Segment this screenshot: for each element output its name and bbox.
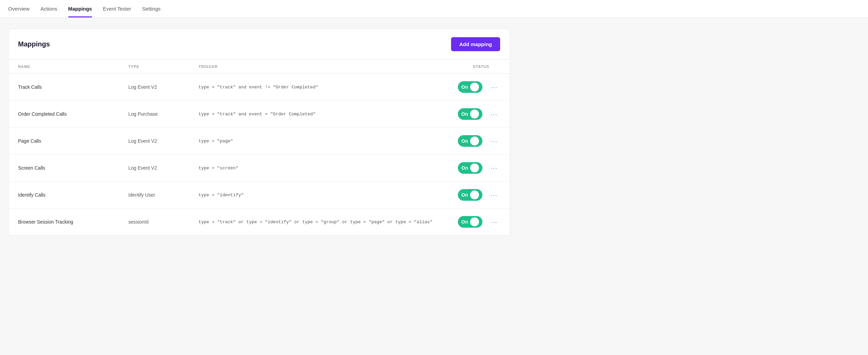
toggle-knob [470,164,479,172]
row-trigger: type = "page" [189,128,448,155]
col-header-trigger: TRIGGER [189,60,448,74]
nav-actions[interactable]: Actions [41,0,57,17]
row-trigger: type = "identify" [189,182,448,209]
row-trigger: type = "track" and event = "Order Comple… [189,101,448,128]
status-toggle[interactable]: On [458,81,482,93]
row-trigger: type = "screen" [189,155,448,182]
table-row: Browser Session Tracking sessionId type … [9,209,510,236]
nav-event-tester[interactable]: Event Tester [103,0,131,17]
row-status: On ··· [448,209,510,236]
toggle-knob [470,217,479,226]
toggle-label: On [461,111,468,117]
row-status: On ··· [448,74,510,101]
table-row: Identify Calls Identify User type = "ide… [9,182,510,209]
row-trigger: type = "track" or type = "identify" or t… [189,209,448,236]
toggle-label: On [461,165,468,171]
mappings-card: Mappings Add mapping NAME TYPE TRIGGER S… [8,29,510,236]
more-options-button[interactable]: ··· [488,163,500,173]
status-toggle[interactable]: On [458,135,482,147]
table-body: Track Calls Log Event V2 type = "track" … [9,74,510,236]
row-type: Identify User [119,182,189,209]
more-options-button[interactable]: ··· [488,217,500,227]
more-options-button[interactable]: ··· [488,190,500,200]
add-mapping-button[interactable]: Add mapping [451,37,500,51]
toggle-label: On [461,138,468,144]
main-content: Mappings Add mapping NAME TYPE TRIGGER S… [0,18,518,246]
toggle-label: On [461,192,468,198]
table-row: Order Completed Calls Log Purchase type … [9,101,510,128]
toggle-label: On [461,84,468,90]
col-header-status: STATUS [448,60,510,74]
nav-overview[interactable]: Overview [8,0,30,17]
row-type: Log Event V2 [119,128,189,155]
toggle-knob [470,83,479,91]
toggle-knob [470,110,479,118]
toggle-knob [470,137,479,145]
table-row: Page Calls Log Event V2 type = "page" On… [9,128,510,155]
more-options-button[interactable]: ··· [488,109,500,119]
row-name: Screen Calls [9,155,119,182]
status-toggle[interactable]: On [458,189,482,201]
status-toggle[interactable]: On [458,108,482,120]
mappings-table: NAME TYPE TRIGGER STATUS Track Calls Log… [9,60,510,235]
row-status: On ··· [448,128,510,155]
more-options-button[interactable]: ··· [488,136,500,146]
top-navigation: Overview Actions Mappings Event Tester S… [0,0,868,18]
toggle-label: On [461,219,468,225]
row-type: sessionId [119,209,189,236]
table-header: NAME TYPE TRIGGER STATUS [9,60,510,74]
row-name: Track Calls [9,74,119,101]
row-name: Browser Session Tracking [9,209,119,236]
table-row: Screen Calls Log Event V2 type = "screen… [9,155,510,182]
row-name: Identify Calls [9,182,119,209]
row-type: Log Event V2 [119,155,189,182]
toggle-knob [470,190,479,199]
col-header-name: NAME [9,60,119,74]
row-name: Page Calls [9,128,119,155]
row-type: Log Event V2 [119,74,189,101]
status-toggle[interactable]: On [458,216,482,228]
row-status: On ··· [448,182,510,209]
nav-settings[interactable]: Settings [142,0,161,17]
more-options-button[interactable]: ··· [488,82,500,93]
card-header: Mappings Add mapping [9,29,510,60]
row-status: On ··· [448,101,510,128]
row-type: Log Purchase [119,101,189,128]
nav-mappings[interactable]: Mappings [68,0,92,17]
row-name: Order Completed Calls [9,101,119,128]
page-title: Mappings [18,40,50,48]
row-status: On ··· [448,155,510,182]
col-header-type: TYPE [119,60,189,74]
status-toggle[interactable]: On [458,162,482,174]
table-row: Track Calls Log Event V2 type = "track" … [9,74,510,101]
row-trigger: type = "track" and event != "Order Compl… [189,74,448,101]
